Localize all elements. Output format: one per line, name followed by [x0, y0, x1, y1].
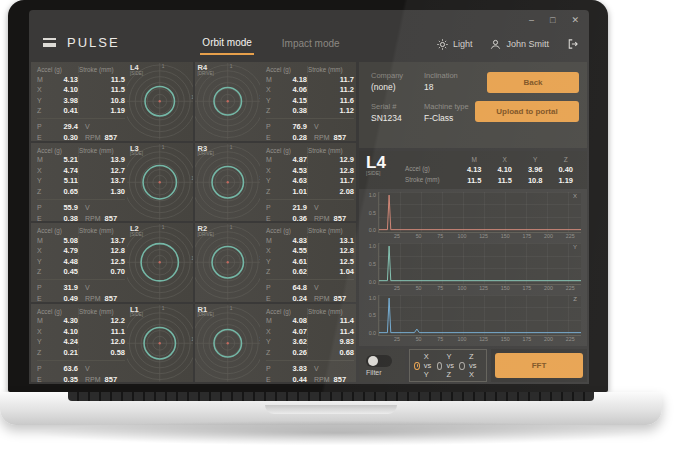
light-theme-toggle[interactable]: Light: [437, 39, 473, 50]
sensor-readings: Accel (g) Stroke (mm) M 5.21 13.9 X 4.74…: [31, 143, 127, 222]
orbit-center-marker: [159, 100, 161, 102]
p-value: 64.8: [275, 283, 307, 292]
radio-label: Z vs X: [469, 352, 482, 379]
sensor-tile[interactable]: Accel (g) Stroke (mm) M 4.13 11.5 X 4.10…: [31, 62, 193, 141]
x-tick: 225: [559, 233, 581, 242]
right-column: Company (none) Inclination 18: [359, 62, 587, 382]
sensor-tile[interactable]: Accel (g) Stroke (mm) M 4.18 11.7 X 4.06…: [195, 62, 357, 141]
axis-label: Y: [266, 258, 275, 265]
e-value: 0.44: [275, 375, 307, 383]
accel-value: 4.48: [46, 257, 78, 266]
stroke-header: Stroke (mm): [307, 308, 354, 315]
v-label: V: [85, 204, 90, 211]
orbit-label: L2 [SIDE]: [130, 225, 143, 237]
user-menu[interactable]: John Smitt: [490, 39, 549, 50]
fft-button[interactable]: FFT: [495, 353, 583, 378]
x-tick: 175: [516, 233, 538, 242]
logout-icon[interactable]: [567, 38, 579, 50]
p-label: P: [37, 123, 46, 130]
accel-value: 4.24: [46, 337, 78, 346]
x-tick: 50: [408, 285, 430, 294]
orbit-pair-radio[interactable]: X vs Y: [414, 352, 437, 379]
accel-header: Accel (g): [266, 227, 307, 234]
p-value: 55.9: [46, 203, 78, 212]
x-tick: 200: [538, 233, 560, 242]
axis-label: M: [266, 237, 275, 244]
laptop-screen: – □ ✕ PULSE Orbit mode Impact mode: [8, 0, 608, 392]
back-button[interactable]: Back: [487, 72, 579, 93]
axis-label: Z: [37, 188, 46, 195]
info-field: Machine type F-Class: [424, 102, 469, 123]
upload-to-portal-button[interactable]: Upload to portal: [475, 101, 579, 122]
close-button[interactable]: ✕: [571, 15, 579, 25]
spectrum-chart: 1.0 0.5 0.0 Y 25: [363, 243, 581, 293]
stroke-value: 12.5: [78, 257, 125, 266]
accel-value: 1.01: [275, 187, 307, 196]
rpm-label: RPM: [85, 376, 101, 383]
stroke-header: Stroke (mm): [307, 66, 354, 73]
axis-label: Z: [37, 268, 46, 275]
user-name: John Smitt: [506, 39, 549, 49]
spectrum-charts: 1.0 0.5 0.0 X 25: [359, 189, 587, 346]
spectrum-chart: 1.0 0.5 0.0 Z 25: [363, 295, 581, 345]
stroke-value: 12.8: [307, 246, 354, 255]
p-label: P: [37, 284, 46, 291]
accel-header: Accel (g): [37, 308, 78, 315]
p-label: P: [266, 284, 275, 291]
orbit-label: L4 [SIDE]: [130, 64, 143, 76]
mode-tab[interactable]: Orbit mode: [200, 33, 253, 55]
axis-label: Y: [37, 258, 46, 265]
orbit-label: R4 [DRIVE]: [198, 64, 214, 76]
x-tick: 25: [386, 336, 408, 345]
mode-tab[interactable]: Impact mode: [280, 34, 342, 54]
accel-value: 4.18: [275, 75, 307, 84]
sensor-tile[interactable]: Accel (g) Stroke (mm) M 4.08 11.4 X 4.07…: [195, 304, 357, 383]
minimize-button[interactable]: –: [529, 15, 534, 25]
accel-value: 4.08: [275, 316, 307, 325]
sensor-tile[interactable]: Accel (g) Stroke (mm) M 4.83 13.1 X 4.55…: [195, 223, 357, 302]
stroke-value: 12.0: [78, 337, 125, 346]
detail-stroke-label: Stroke (mm): [405, 176, 459, 185]
orbit-center-marker: [159, 261, 161, 263]
x-tick: 25: [386, 285, 408, 294]
e-label: E: [37, 376, 46, 383]
sensor-tile[interactable]: Accel (g) Stroke (mm) M 4.87 12.9 X 4.53…: [195, 143, 357, 222]
series-label: Z: [573, 296, 577, 302]
axis-label: Y: [266, 97, 275, 104]
chart-plot-area: X: [378, 192, 581, 233]
sensor-tile[interactable]: Accel (g) Stroke (mm) M 4.30 12.2 X 4.10…: [31, 304, 193, 383]
orbit-axis-tick: 1: [259, 337, 260, 342]
orbit-center-marker: [226, 100, 228, 102]
accel-value: 5.21: [46, 155, 78, 164]
v-label: V: [314, 284, 319, 291]
info-field: Serial # SN1234: [371, 102, 416, 123]
y-axis-ticks: 1.0 0.5 0.0: [363, 192, 378, 233]
maximize-button[interactable]: □: [550, 15, 555, 25]
accel-value: 4.15: [275, 96, 307, 105]
stroke-value: 11.7: [307, 176, 354, 185]
sensor-tile[interactable]: Accel (g) Stroke (mm) M 5.08 13.7 X 4.79…: [31, 223, 193, 302]
e-label: E: [37, 215, 46, 222]
sensor-tile[interactable]: Accel (g) Stroke (mm) M 5.21 13.9 X 4.74…: [31, 143, 193, 222]
orbit-pair-radio-group: X vs Y Y vs Z Z vs X: [409, 349, 487, 382]
stroke-value: 10.8: [78, 96, 125, 105]
e-label: E: [266, 134, 275, 141]
orbit-plot: 1 1 R1 [DRIVE]: [195, 304, 261, 383]
axis-label: X: [37, 167, 46, 174]
x-tick: 150: [494, 233, 516, 242]
rpm-label: RPM: [314, 215, 330, 222]
orbit-pair-radio[interactable]: Y vs Z: [437, 352, 460, 379]
series-label: Y: [573, 244, 577, 250]
orbit-axis-tick: 1: [162, 144, 165, 149]
detail-sensor-id: L4: [366, 154, 405, 171]
main-content: Accel (g) Stroke (mm) M 4.13 11.5 X 4.10…: [31, 62, 587, 382]
axis-label: X: [266, 86, 275, 93]
stroke-value: 2.08: [307, 187, 354, 196]
orbit-pair-radio[interactable]: Z vs X: [459, 352, 482, 379]
info-field-label: Company: [371, 71, 416, 80]
filter-toggle[interactable]: [366, 355, 392, 367]
detail-stroke-value: 11.5: [459, 176, 490, 185]
stroke-value: 11.6: [307, 96, 354, 105]
info-actions: Back Upload to portal: [475, 71, 579, 140]
sensor-readings: Accel (g) Stroke (mm) M 4.18 11.7 X 4.06…: [260, 62, 356, 141]
